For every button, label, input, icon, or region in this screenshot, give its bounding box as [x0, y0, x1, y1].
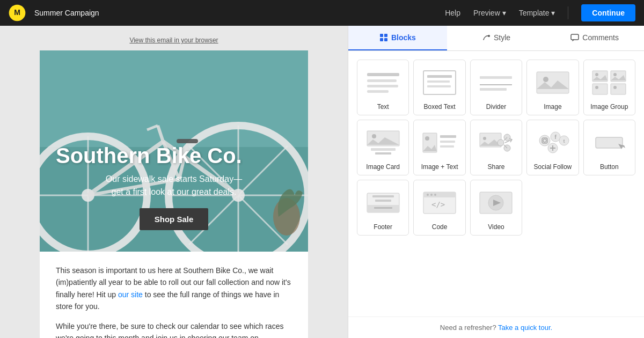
svg-rect-30: [367, 79, 397, 82]
campaign-title: Summer Campaign: [34, 9, 436, 17]
block-code[interactable]: </> Code: [413, 180, 465, 236]
block-footer-label: Footer: [374, 223, 392, 231]
tab-blocks[interactable]: Blocks: [348, 26, 447, 50]
svg-rect-57: [440, 141, 455, 143]
block-boxed-text[interactable]: Boxed Text: [413, 60, 465, 115]
svg-rect-36: [427, 85, 451, 87]
help-link[interactable]: Help: [445, 9, 460, 17]
preview-menu[interactable]: Preview: [473, 9, 506, 17]
block-social-follow[interactable]: f t Social Follow: [526, 120, 579, 175]
view-in-browser-link[interactable]: View this email in your browser: [129, 36, 218, 44]
svg-point-86: [430, 194, 433, 196]
blocks-tab-icon: [379, 33, 388, 42]
block-image-label: Image: [544, 103, 561, 111]
block-button-label: Button: [600, 163, 619, 171]
block-text[interactable]: Text: [357, 60, 409, 115]
svg-point-55: [425, 136, 429, 141]
svg-rect-56: [440, 135, 456, 138]
svg-rect-32: [367, 90, 389, 93]
divider-block-icon: [477, 69, 515, 97]
email-hero: Southern Bike Co. Our sidewalk sale star…: [40, 50, 308, 252]
svg-point-27: [488, 35, 490, 37]
share-block-icon: [477, 129, 515, 157]
svg-rect-58: [440, 145, 454, 148]
image-text-block-icon: [421, 129, 458, 157]
block-button[interactable]: Button: [583, 120, 635, 175]
block-image-card[interactable]: Image Card: [357, 120, 409, 175]
svg-point-45: [613, 73, 617, 76]
svg-text:f: f: [554, 134, 557, 140]
tab-style[interactable]: Style: [447, 26, 546, 50]
svg-rect-48: [611, 84, 626, 94]
social-follow-block-icon: f t: [534, 129, 572, 157]
topbar: M Summer Campaign Help Preview Template …: [0, 0, 644, 26]
block-social-follow-label: Social Follow: [534, 163, 572, 171]
hero-subtitle: Our sidewalk sale starts Saturday—get a …: [40, 173, 308, 199]
body-paragraph-2: While you're there, be sure to check our…: [56, 320, 292, 338]
email-card: Southern Bike Co. Our sidewalk sale star…: [40, 50, 308, 338]
svg-point-69: [546, 138, 547, 139]
video-block-icon: [477, 189, 515, 217]
svg-rect-26: [384, 38, 387, 41]
nav-divider: [568, 6, 568, 19]
body-site-link[interactable]: our site: [118, 290, 143, 299]
style-tab-icon: [482, 33, 491, 42]
block-text-label: Text: [377, 103, 389, 111]
svg-point-49: [613, 86, 617, 89]
panel-tabs: Blocks Style Comments: [348, 26, 644, 51]
block-image-card-label: Image Card: [366, 163, 400, 171]
svg-point-87: [434, 194, 436, 196]
image-block-icon: [534, 69, 572, 97]
block-image-group-label: Image Group: [590, 103, 628, 111]
code-block-icon: </>: [421, 189, 458, 217]
blocks-panel: Blocks Style Comments: [348, 26, 644, 338]
refresher-row: Need a refresher? Take a quick tour.: [348, 317, 644, 338]
svg-rect-21: [177, 139, 198, 143]
boxed-text-block-icon: [421, 69, 458, 97]
email-body: This season is important to us here at S…: [40, 252, 308, 338]
block-image-text-label: Image + Text: [421, 163, 458, 171]
svg-rect-37: [480, 76, 512, 79]
svg-rect-46: [592, 84, 608, 94]
svg-text:t: t: [563, 138, 565, 144]
svg-rect-82: [374, 207, 392, 209]
block-share[interactable]: Share: [470, 120, 522, 175]
tab-comments[interactable]: Comments: [545, 26, 644, 50]
block-video-label: Video: [488, 223, 504, 231]
block-footer[interactable]: Footer: [357, 180, 409, 236]
block-image[interactable]: Image: [526, 60, 579, 115]
svg-point-41: [543, 77, 548, 82]
image-card-block-icon: [364, 129, 402, 157]
hero-title: Southern Bike Co.: [40, 144, 308, 167]
text-block-icon: [364, 69, 402, 97]
svg-rect-34: [427, 75, 452, 78]
mailchimp-logo: M: [9, 4, 26, 21]
block-image-group[interactable]: Image Group: [583, 60, 635, 115]
svg-point-85: [427, 194, 429, 196]
svg-rect-28: [571, 34, 579, 40]
block-divider[interactable]: Divider: [470, 60, 522, 115]
svg-rect-24: [384, 34, 387, 37]
svg-rect-29: [367, 73, 399, 76]
continue-button[interactable]: Continue: [581, 4, 635, 21]
svg-rect-31: [367, 85, 398, 87]
shop-sale-button[interactable]: Shop Sale: [140, 208, 209, 230]
block-share-label: Share: [487, 163, 504, 171]
image-group-block-icon: [590, 69, 628, 97]
svg-point-60: [483, 137, 486, 140]
block-code-label: Code: [432, 223, 448, 231]
quick-tour-link[interactable]: Take a quick tour.: [498, 324, 552, 332]
svg-rect-35: [427, 80, 450, 83]
body-paragraph-1: This season is important to us here at S…: [56, 264, 292, 313]
main-layout: View this email in your browser: [0, 26, 644, 338]
svg-point-63: [497, 139, 504, 146]
svg-rect-25: [380, 38, 383, 41]
svg-rect-77: [596, 137, 623, 148]
block-video[interactable]: Video: [470, 180, 522, 236]
template-menu[interactable]: Template: [519, 9, 555, 17]
svg-text:M: M: [14, 8, 20, 17]
block-image-text[interactable]: Image + Text: [413, 120, 465, 175]
svg-rect-53: [375, 152, 391, 155]
button-block-icon: [590, 129, 628, 157]
comments-tab-icon: [570, 33, 579, 42]
